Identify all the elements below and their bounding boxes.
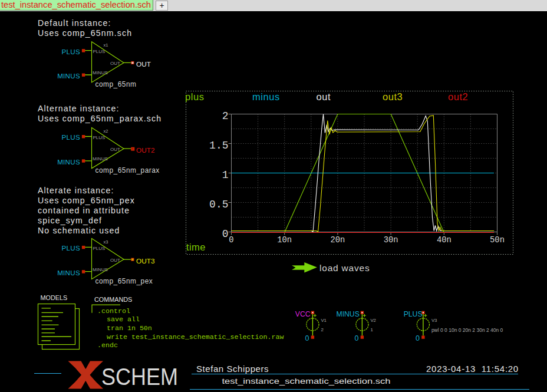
svg-text:MINUS: MINUS [57,72,80,80]
svg-text:MODELS: MODELS [41,294,68,301]
svg-text:Uses comp_65nm_pex: Uses comp_65nm_pex [38,196,135,205]
svg-text:50n: 50n [490,236,505,245]
svg-text:0.5: 0.5 [209,199,228,210]
svg-text:plus: plus [185,91,204,102]
svg-text:COMMANDS: COMMANDS [94,296,132,303]
svg-text:Default instance:: Default instance: [38,18,111,28]
svg-text:OUT3: OUT3 [136,257,155,265]
svg-text:comp_65nm_pex: comp_65nm_pex [95,277,153,285]
svg-text:Uses comp_65nm.sch: Uses comp_65nm.sch [38,28,132,38]
svg-text:out3: out3 [383,91,403,102]
svg-text:MINUS: MINUS [57,158,80,166]
svg-text:x2: x2 [104,129,108,134]
svg-text:Uses comp_65nm_parax.sch: Uses comp_65nm_parax.sch [38,114,162,123]
svg-text:1.5: 1.5 [209,140,228,151]
svg-text:0: 0 [222,228,229,240]
svg-text:PLUS: PLUS [93,246,106,251]
svg-text:V2: V2 [370,318,376,323]
svg-text:0: 0 [354,334,358,342]
svg-text:OUT: OUT [110,147,120,152]
svg-text:OUT: OUT [110,258,120,263]
svg-text:1: 1 [222,169,229,181]
svg-text:40n: 40n [437,236,452,245]
svg-text:PLUS: PLUS [404,310,423,318]
svg-text:PLUS: PLUS [62,48,81,55]
svg-text:pwl 0 0 10n 0 20n 2 30n 2 40n: pwl 0 0 10n 0 20n 2 30n 2 40n 0 [431,327,503,333]
svg-text:MINUS: MINUS [93,70,108,75]
svg-text:comp_65nm: comp_65nm [95,80,137,88]
svg-text:VCC: VCC [295,310,311,318]
svg-text:PLUS: PLUS [93,135,106,140]
svg-text:contained in attribute: contained in attribute [38,206,130,215]
svg-text:out: out [317,91,331,102]
svg-text:tran 1n 50n: tran 1n 50n [107,324,152,332]
svg-text:2: 2 [321,327,323,332]
svg-text:20n: 20n [330,236,345,245]
svg-text:MINUS: MINUS [93,267,108,272]
svg-text:PLUS: PLUS [62,244,81,252]
svg-text:comp_65nm_parax: comp_65nm_parax [95,166,160,174]
svg-text:SCHEM: SCHEM [101,364,178,390]
svg-text:minus: minus [252,91,280,102]
svg-text:PLUS: PLUS [62,133,81,141]
svg-text:0: 0 [305,334,309,342]
svg-text:OUT2: OUT2 [136,146,154,154]
svg-text:0: 0 [229,236,233,245]
svg-text:10n: 10n [277,236,292,245]
svg-text:load waves: load waves [319,263,370,273]
svg-text:MINUS: MINUS [337,310,360,318]
svg-text:.endc: .endc [97,341,118,349]
svg-text:Alternate instance:: Alternate instance: [38,104,120,113]
svg-text:MINUS: MINUS [93,156,108,162]
svg-text:0: 0 [416,334,420,342]
svg-text:write test_instance_schematic_: write test_instance_schematic_selection.… [107,333,284,341]
svg-text:No schematic used: No schematic used [38,226,120,235]
svg-text:x3: x3 [104,239,108,245]
svg-text:V1: V1 [321,318,327,323]
svg-text:Stefan Schippers: Stefan Schippers [196,364,269,374]
svg-text:.control: .control [97,307,130,315]
svg-text:x1: x1 [104,42,108,48]
svg-text:2: 2 [222,110,229,122]
svg-text:V3: V3 [431,318,437,323]
svg-text:test_instance_schematic_select: test_instance_schematic_selection.sch [222,377,391,386]
svg-text:MINUS: MINUS [57,269,80,276]
svg-text:Alterate instance:: Alterate instance: [38,186,114,195]
svg-text:time: time [186,242,206,252]
svg-text:2023-04-13 11:54:20: 2023-04-13 11:54:20 [426,364,519,374]
svg-text:OUT: OUT [110,61,120,66]
svg-text:PLUS: PLUS [93,49,106,54]
svg-text:30n: 30n [384,236,398,245]
svg-text:spice_sym_def: spice_sym_def [38,216,102,225]
svg-text:save all: save all [107,315,140,323]
svg-text:OUT: OUT [136,60,151,68]
svg-text:1: 1 [370,327,373,332]
svg-text:out2: out2 [448,91,468,102]
